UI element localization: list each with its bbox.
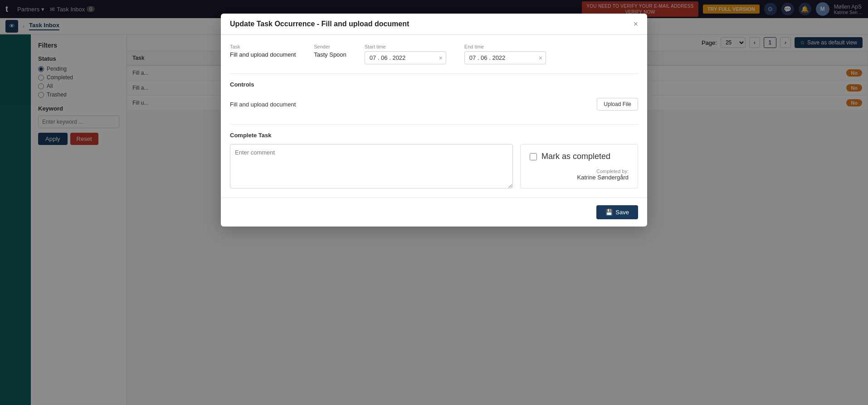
save-button[interactable]: 💾 Save (596, 205, 638, 219)
modal-info-row: Task Fill and upload document Sender Tas… (230, 44, 638, 64)
task-info-group: Task Fill and upload document (230, 44, 296, 58)
modal-footer: 💾 Save (221, 198, 647, 227)
mark-complete-checkbox[interactable] (530, 153, 537, 160)
start-time-label: Start time (365, 44, 446, 49)
modal-body: Task Fill and upload document Sender Tas… (221, 35, 647, 198)
modal-title: Update Task Occurrence - Fill and upload… (230, 20, 409, 28)
completed-by-name: Katrine Søndergård (530, 174, 629, 181)
mark-complete-label: Mark as completed (541, 152, 610, 161)
start-time-input-wrapper: × (365, 51, 446, 64)
controls-row: Fill and upload document Upload File (230, 93, 638, 115)
end-time-group: End time × (464, 44, 546, 64)
complete-task-section-title: Complete Task (230, 132, 638, 139)
mark-complete-box: Mark as completed Completed by: Katrine … (520, 144, 638, 188)
modal-overlay: Update Task Occurrence - Fill and upload… (0, 0, 868, 405)
start-time-clear-icon[interactable]: × (439, 54, 443, 62)
end-time-label: End time (464, 44, 546, 49)
start-time-input[interactable] (365, 51, 446, 64)
end-time-input[interactable] (464, 51, 546, 64)
end-time-input-wrapper: × (464, 51, 546, 64)
controls-task-label: Fill and upload document (230, 101, 296, 108)
upload-file-button[interactable]: Upload File (597, 98, 638, 111)
mark-complete-row: Mark as completed (530, 152, 610, 161)
comment-textarea[interactable] (230, 144, 513, 188)
complete-task-section: Mark as completed Completed by: Katrine … (230, 144, 638, 188)
sender-label: Sender (314, 44, 346, 49)
complete-task-divider (230, 124, 638, 125)
task-label: Task (230, 44, 296, 49)
sender-value: Tasty Spoon (314, 51, 346, 58)
start-time-group: Start time × (365, 44, 446, 64)
controls-divider (230, 73, 638, 74)
completed-by-label: Completed by: (530, 169, 629, 174)
modal-header: Update Task Occurrence - Fill and upload… (221, 14, 647, 35)
sender-info-group: Sender Tasty Spoon (314, 44, 346, 58)
controls-section-title: Controls (230, 81, 638, 88)
update-task-modal: Update Task Occurrence - Fill and upload… (221, 14, 647, 227)
end-time-clear-icon[interactable]: × (539, 54, 542, 62)
task-value: Fill and upload document (230, 51, 296, 58)
modal-close-button[interactable]: × (633, 20, 638, 28)
save-icon: 💾 (605, 209, 613, 216)
